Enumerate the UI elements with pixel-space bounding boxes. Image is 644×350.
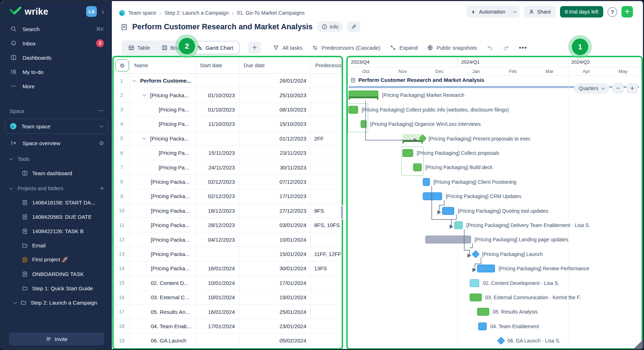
add-project-icon[interactable]: + <box>100 184 104 192</box>
column-header-start-date[interactable]: Start date <box>195 57 239 73</box>
due-date-cell[interactable]: 15/10/2023 <box>239 117 311 131</box>
predecessors-cell[interactable] <box>311 189 342 203</box>
predecessors-cell[interactable] <box>311 334 342 347</box>
space-section-header[interactable]: Space <box>1 104 112 118</box>
space-selector[interactable]: Team space <box>5 119 108 134</box>
table-row[interactable]: 5 [Pricing Packa... 01/12/2023 2FF <box>114 132 342 146</box>
collapse-sidebar-icon[interactable]: ‹ <box>98 7 108 16</box>
sidebar-item-more[interactable]: More <box>1 79 112 93</box>
task-name-cell[interactable]: 06. GA Launch <box>130 334 195 347</box>
toolbar-all-tasks[interactable]: All tasks <box>273 45 302 51</box>
due-date-cell[interactable]: 07/12/2023 <box>239 175 311 189</box>
gantt-bar-pricing-packaging-quoting-tool-updates[interactable] <box>442 207 454 215</box>
predecessors-cell[interactable]: 13FS <box>311 261 342 275</box>
panel-resize-handle[interactable] <box>340 205 344 220</box>
predecessors-cell[interactable] <box>311 88 342 102</box>
automation-button[interactable]: Automation <box>466 6 519 18</box>
predecessors-cell[interactable]: 9FS <box>311 204 342 218</box>
collapse-row-icon[interactable] <box>143 136 146 140</box>
start-date-cell[interactable]: 10/01/2024 <box>195 290 239 304</box>
space-more-icon[interactable] <box>98 108 104 115</box>
task-name-cell[interactable]: [Pricing Packa... <box>130 189 195 203</box>
due-date-cell[interactable]: 23/11/2023 <box>239 146 311 160</box>
task-name-cell[interactable]: [Pricing Packa... <box>130 88 195 102</box>
start-date-cell[interactable]: 15/11/2023 <box>195 146 239 160</box>
column-header-due-date[interactable]: Due date <box>239 57 311 73</box>
sidebar-item-1408418158-start-da[interactable]: 1408418158: START DA... <box>1 195 112 209</box>
start-date-cell[interactable] <box>195 74 239 88</box>
predecessors-cell[interactable] <box>311 175 342 189</box>
gantt-group-bar-pricing-packaging-market-research[interactable] <box>348 90 378 98</box>
create-button[interactable]: + <box>621 6 633 18</box>
add-view-button[interactable]: + <box>248 42 261 54</box>
predecessors-cell[interactable] <box>311 74 342 88</box>
toolbar-expand[interactable]: Expand <box>390 45 417 51</box>
start-date-cell[interactable]: 18/12/2023 <box>195 204 239 218</box>
due-date-cell[interactable]: 27/12/2023 <box>239 204 311 218</box>
table-settings-button[interactable]: ⚙ <box>115 59 129 72</box>
task-name-cell[interactable]: [Pricing Packa... <box>130 247 195 261</box>
predecessors-cell[interactable] <box>311 103 342 117</box>
start-date-cell[interactable]: 02/12/2023 <box>195 189 239 203</box>
gantt-bar-pricing-packaging-client-positioning[interactable] <box>423 178 430 186</box>
collapse-row-icon[interactable] <box>143 93 146 97</box>
start-date-cell[interactable]: 01/10/2023 <box>195 88 239 102</box>
column-header-predecessors[interactable]: Predecessors ↑ <box>311 57 342 73</box>
pin-button[interactable] <box>347 21 360 32</box>
due-date-cell[interactable]: 15/01/2024 <box>239 247 311 261</box>
task-name-cell[interactable]: [Pricing Packa... <box>130 218 195 232</box>
start-date-cell[interactable]: 17/01/2024 <box>195 319 239 333</box>
task-name-cell[interactable]: [Pricing Packa... <box>130 204 195 218</box>
sidebar-item-email[interactable]: Email <box>1 238 112 252</box>
invite-button[interactable]: Invite <box>9 332 104 345</box>
due-date-cell[interactable]: 01/12/2023 <box>239 132 311 146</box>
table-row[interactable]: 15 02. Content D... 10/01/2024 17/01/202… <box>114 276 342 290</box>
table-row[interactable]: 3 [Pricing Pa... 01/10/2023 08/10/2023 <box>114 103 342 117</box>
gantt-bar-02-content-development-lisa-s[interactable] <box>470 279 479 287</box>
tab-gantt-chart[interactable]: Gantt Chart <box>190 41 239 54</box>
predecessors-cell[interactable] <box>311 276 342 290</box>
predecessors-cell[interactable] <box>311 305 342 319</box>
gantt-bar-pricing-packaging-organize-win-loss-inte[interactable] <box>361 120 367 128</box>
trial-days-badge[interactable]: 8 trial days left <box>560 6 604 18</box>
table-row[interactable]: 8 [Pricing Packa... 02/12/2023 07/12/202… <box>114 175 342 189</box>
predecessors-cell[interactable] <box>311 117 342 131</box>
sidebar-item-1408422126-task-b[interactable]: 1408422126: TASK B <box>1 224 112 238</box>
breadcrumb-item[interactable]: Team space <box>128 10 156 16</box>
tab-table[interactable]: Table <box>123 41 156 54</box>
table-row[interactable]: 12 [Pricing Packa... 04/12/2023 10/01/20… <box>114 232 342 247</box>
due-date-cell[interactable]: 19/01/2024 <box>239 290 311 304</box>
predecessors-cell[interactable]: 2FF <box>311 132 342 146</box>
sidebar-item-team-dashboard[interactable]: Team dashboard <box>1 166 112 180</box>
sidebar-item-space-overview[interactable]: Space overview ⚙ <box>1 136 112 150</box>
gantt-bar-pricing-packaging-landing-page-updates[interactable] <box>425 236 471 243</box>
predecessors-cell[interactable] <box>311 146 342 160</box>
toolbar-public-snapshots[interactable]: Public snapshots <box>427 45 477 51</box>
collapse-row-icon[interactable] <box>133 78 136 82</box>
resize-grip[interactable] <box>634 340 643 349</box>
sidebar-item-my-to-do[interactable]: My to-do <box>1 65 112 79</box>
task-name-cell[interactable]: [Pricing Pa... <box>130 160 195 174</box>
table-row[interactable]: 6 [Pricing Pa... 15/11/2023 23/11/2023 <box>114 146 342 160</box>
gantt-bar-pricing-packaging-collect-public-info-we[interactable] <box>348 106 358 114</box>
toolbar-predecessors-cascade[interactable]: Predecessors (Cascade) <box>312 45 380 51</box>
space-settings-gear-icon[interactable]: ⚙ <box>99 140 104 147</box>
sidebar-item-onboarding-task[interactable]: ONBOARDING TASK <box>1 267 112 281</box>
table-row[interactable]: 14 [Pricing Packa... 16/01/2024 30/01/20… <box>114 261 342 276</box>
due-date-cell[interactable]: 10/01/2024 <box>239 232 311 246</box>
predecessors-cell[interactable] <box>311 160 342 174</box>
task-name-cell[interactable]: 04. Team Enab... <box>130 319 195 333</box>
start-date-cell[interactable]: 11/10/2023 <box>195 117 239 131</box>
due-date-cell[interactable]: 30/11/2023 <box>239 160 311 174</box>
sidebar-item-first-project[interactable]: First project 🚀 <box>1 252 112 267</box>
due-date-cell[interactable]: 26/01/2024 <box>239 74 311 88</box>
gantt-project-summary[interactable]: Perform Customer Research and Market Ana… <box>350 77 484 83</box>
predecessors-cell[interactable] <box>311 290 342 304</box>
table-row[interactable]: 11 [Pricing Packa... 28/12/2023 03/01/20… <box>114 218 342 232</box>
task-name-cell[interactable]: [Pricing Pa... <box>130 117 195 131</box>
task-name-cell[interactable]: 05. Results An... <box>130 305 195 319</box>
task-name-cell[interactable]: [Pricing Packa... <box>130 261 195 275</box>
due-date-cell[interactable]: 17/12/2023 <box>239 189 311 203</box>
task-name-cell[interactable]: [Pricing Pa... <box>130 103 195 117</box>
help-button[interactable]: ? <box>608 7 617 17</box>
